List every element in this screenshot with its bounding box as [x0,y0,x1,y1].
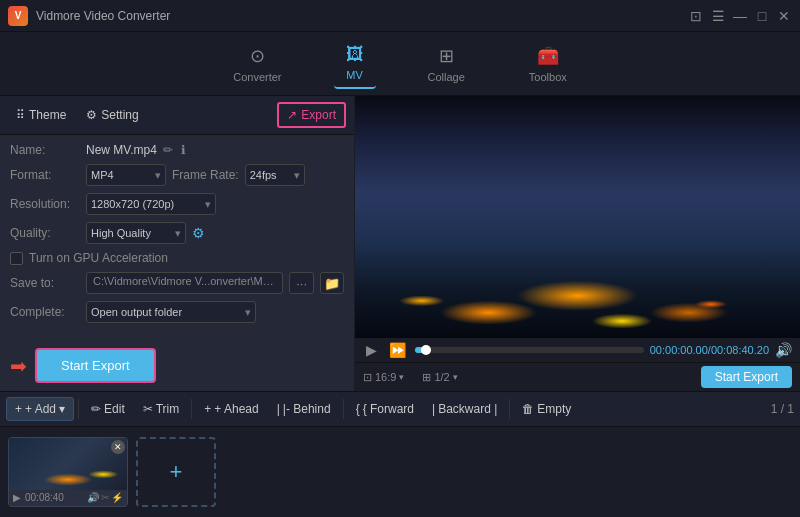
quality-row: Quality: High Quality ▾ ⚙ [10,222,344,244]
browse-dots-btn[interactable]: ··· [289,272,314,294]
quality-label: Quality: [10,226,80,240]
video-controls: ▶ ⏩ 00:00:00.00/00:08:40.20 🔊 [355,338,800,362]
window-controls: ⊡ ☰ — □ ✕ [688,8,792,24]
trim-icon: ✂ [143,402,153,416]
format-row: Format: MP4 ▾ Frame Rate: 24fps ▾ [10,164,344,186]
maximize-btn[interactable]: □ [754,8,770,24]
trim-btn[interactable]: ✂ Trim [135,398,188,420]
clip-enhance-icon: ⚡ [111,492,123,503]
behind-btn[interactable]: | |- Behind [269,398,339,420]
start-export-section: ➡ Start Export [0,338,354,393]
timeline-clip-1: ▶ 00:08:40 🔊 ✂ ⚡ ✕ [8,437,128,507]
add-btn[interactable]: + + Add ▾ [6,397,74,421]
format-select[interactable]: MP4 ▾ [86,164,166,186]
converter-icon: ⊙ [250,45,265,67]
add-clip-btn[interactable]: + [136,437,216,507]
clip-icons: 🔊 ✂ ⚡ [87,492,123,503]
forward-btn[interactable]: ⏩ [386,342,409,358]
progress-bar[interactable] [415,347,644,353]
tab-toolbox[interactable]: 🧰 Toolbox [517,39,579,89]
ahead-btn[interactable]: + + Ahead [196,398,266,420]
volume-icon[interactable]: 🔊 [775,342,792,358]
quality-arrow: ▾ [175,227,181,240]
collage-label: Collage [428,71,465,83]
backward-btn[interactable]: | Backward | [424,398,505,420]
resolution-select[interactable]: 1280x720 (720p) ▾ [86,193,216,215]
resolution-label: Resolution: [10,197,80,211]
tab-collage[interactable]: ⊞ Collage [416,39,477,89]
toolbox-icon: 🧰 [537,45,559,67]
ratio-down-icon: ▾ [399,372,404,382]
right-panel: ▶ ⏩ 00:00:00.00/00:08:40.20 🔊 ⊡ 16:9 ▾ ⊞… [355,96,800,391]
quality-settings-icon[interactable]: ⚙ [192,225,205,241]
arrow-right-icon: ➡ [10,354,27,378]
separator-1 [78,399,79,419]
app-logo: V [8,6,28,26]
fraction-down-icon: ▾ [453,372,458,382]
saveto-row: Save to: C:\Vidmore\Vidmore V...onverter… [10,272,344,294]
name-value: New MV.mp4 [86,143,157,157]
framerate-label: Frame Rate: [172,168,239,182]
forward-tb-btn[interactable]: { { Forward [348,398,422,420]
edit-btn[interactable]: ✏ Edit [83,398,133,420]
framerate-select[interactable]: 24fps ▾ [245,164,305,186]
info-btn[interactable]: ℹ [179,143,188,157]
tab-mv[interactable]: 🖼 MV [334,38,376,89]
setting-btn[interactable]: ⚙ Setting [78,104,146,126]
start-export-button[interactable]: Start Export [35,348,156,383]
edit-name-btn[interactable]: ✏ [161,143,175,157]
export-icon: ↗ [287,108,297,122]
gpu-label: Turn on GPU Acceleration [29,251,168,265]
plus-icon: + [170,459,183,485]
complete-select[interactable]: Open output folder ▾ [86,301,256,323]
theme-btn[interactable]: ⠿ Theme [8,104,74,126]
collage-icon: ⊞ [439,45,454,67]
gear-icon: ⚙ [86,108,97,122]
play-btn[interactable]: ▶ [363,342,380,358]
close-btn[interactable]: ✕ [776,8,792,24]
fraction-select[interactable]: ⊞ 1/2 ▾ [422,371,457,384]
name-field-group: New MV.mp4 ✏ ℹ [86,143,188,157]
left-panel: ⠿ Theme ⚙ Setting ↗ Export Name: New MV.… [0,96,355,391]
video-controls-2: ⊡ 16:9 ▾ ⊞ 1/2 ▾ Start Export [355,362,800,391]
tab-converter[interactable]: ⊙ Converter [221,39,293,89]
ratio-icon: ⊡ [363,371,372,384]
complete-arrow: ▾ [245,306,251,319]
edit-icon: ✏ [91,402,101,416]
timeline: ▶ 00:08:40 🔊 ✂ ⚡ ✕ + [0,427,800,517]
clip-thumb-lights [9,438,127,490]
city-lights-overlay [355,169,800,338]
resolution-arrow: ▾ [205,198,211,211]
form-area: Name: New MV.mp4 ✏ ℹ Format: MP4 ▾ Frame… [0,135,354,338]
converter-label: Converter [233,71,281,83]
app-title: Vidmore Video Converter [36,9,688,23]
backward-icon: | [432,402,435,416]
gpu-row: Turn on GPU Acceleration [10,251,344,265]
separator-2 [191,399,192,419]
video-background [355,96,800,338]
title-bar: V Vidmore Video Converter ⊡ ☰ — □ ✕ [0,0,800,32]
clip-duration: 00:08:40 [25,492,64,503]
menu-btn[interactable]: ☰ [710,8,726,24]
start-export-right-btn[interactable]: Start Export [701,366,792,388]
main-content: ⠿ Theme ⚙ Setting ↗ Export Name: New MV.… [0,96,800,391]
name-row: Name: New MV.mp4 ✏ ℹ [10,143,344,157]
minimize-btn[interactable]: — [732,8,748,24]
message-btn[interactable]: ⊡ [688,8,704,24]
clip-play-icon: ▶ [13,492,21,503]
mv-icon: 🖼 [346,44,364,65]
toolbox-label: Toolbox [529,71,567,83]
clip-close-btn[interactable]: ✕ [111,440,125,454]
format-arrow: ▾ [155,169,161,182]
folder-btn[interactable]: 📁 [320,272,344,294]
aspect-ratio-select[interactable]: ⊡ 16:9 ▾ [363,371,404,384]
saveto-path: C:\Vidmore\Vidmore V...onverter\MV Expor… [86,272,283,294]
saveto-label: Save to: [10,276,80,290]
empty-btn[interactable]: 🗑 Empty [514,398,579,420]
separator-4 [509,399,510,419]
quality-select[interactable]: High Quality ▾ [86,222,186,244]
add-icon: + [15,402,22,416]
time-display: 00:00:00.00/00:08:40.20 [650,344,769,356]
gpu-checkbox[interactable] [10,252,23,265]
export-btn[interactable]: ↗ Export [277,102,346,128]
